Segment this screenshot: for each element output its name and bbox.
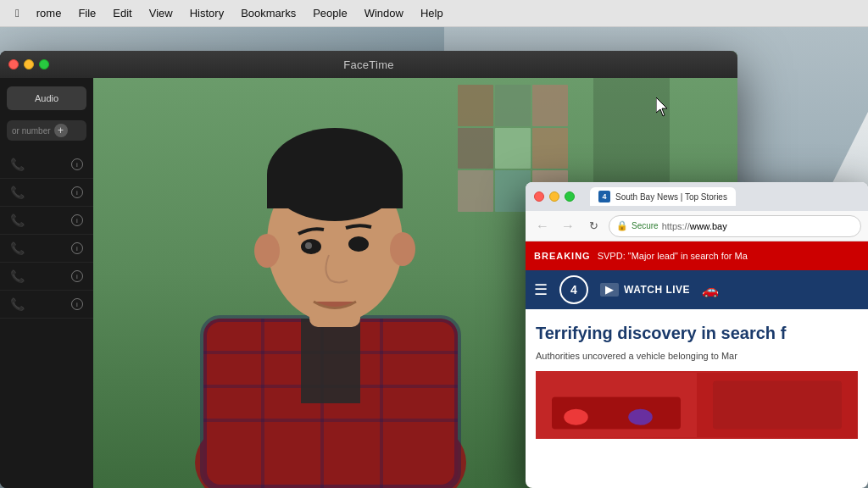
browser-tab-area: 4 South Bay News | Top Stories bbox=[590, 187, 860, 206]
close-button[interactable] bbox=[8, 59, 19, 69]
menu-edit[interactable]: Edit bbox=[104, 5, 140, 21]
maximize-button[interactable] bbox=[39, 59, 49, 69]
phone-icon: 📞 bbox=[10, 269, 25, 283]
phone-icon: 📞 bbox=[10, 214, 25, 227]
browser-minimize-button[interactable] bbox=[549, 191, 559, 202]
breaking-news-bar: BREAKING SVPD: "Major lead" in search fo… bbox=[526, 241, 868, 270]
add-contact-button[interactable]: + bbox=[54, 124, 68, 137]
watch-live-button[interactable]: ▶ WATCH LIVE bbox=[600, 283, 690, 297]
contact-row[interactable]: 📞 i bbox=[0, 179, 93, 207]
browser-titlebar: 4 South Bay News | Top Stories bbox=[526, 182, 868, 211]
browser-toolbar: ← → ↻ 🔒 Secure https://www.bay bbox=[526, 211, 868, 241]
minimize-button[interactable] bbox=[24, 59, 34, 69]
secure-badge: Secure bbox=[632, 221, 659, 230]
info-icon[interactable]: i bbox=[71, 270, 83, 282]
phone-icon: 📞 bbox=[10, 186, 25, 199]
facetime-titlebar: FaceTime bbox=[0, 51, 737, 78]
video-play-icon: ▶ bbox=[600, 283, 619, 297]
svg-rect-12 bbox=[301, 319, 360, 403]
svg-rect-27 bbox=[713, 381, 842, 430]
contact-row[interactable]: 📞 i bbox=[0, 235, 93, 263]
contact-row[interactable]: 📞 i bbox=[0, 291, 93, 319]
contact-row[interactable]: 📞 i bbox=[0, 207, 93, 235]
breaking-label: BREAKING bbox=[534, 251, 591, 261]
phone-icon: 📞 bbox=[10, 297, 25, 311]
hamburger-icon[interactable]: ☰ bbox=[534, 280, 548, 299]
search-placeholder: or number bbox=[12, 126, 51, 136]
svg-point-26 bbox=[628, 409, 653, 425]
address-url: https://www.bay bbox=[662, 221, 727, 231]
facetime-sidebar: Audio or number + 📞 i 📞 i 📞 i 📞 i 📞 i 📞 bbox=[0, 78, 93, 488]
phone-icon: 📞 bbox=[10, 158, 25, 171]
info-icon[interactable]: i bbox=[71, 158, 83, 170]
audio-button[interactable]: Audio bbox=[7, 86, 86, 110]
mouse-cursor bbox=[656, 97, 673, 118]
reload-button[interactable]: ↻ bbox=[583, 216, 604, 236]
news-logo: 4 bbox=[559, 275, 588, 304]
news-headline: Terrifying discovery in search f bbox=[536, 323, 858, 343]
back-button[interactable]: ← bbox=[532, 216, 553, 236]
breaking-text: SVPD: "Major lead" in search for Ma bbox=[598, 251, 748, 261]
forward-button[interactable]: → bbox=[558, 216, 578, 236]
menu-view[interactable]: View bbox=[141, 5, 181, 21]
phone-icon: 📞 bbox=[10, 241, 25, 255]
news-image bbox=[536, 371, 858, 439]
menu-help[interactable]: Help bbox=[412, 5, 452, 21]
svg-point-19 bbox=[305, 242, 312, 249]
menu-history[interactable]: History bbox=[181, 5, 232, 21]
menu-app[interactable]:  bbox=[7, 5, 28, 21]
browser-maximize-button[interactable] bbox=[565, 191, 575, 202]
facetime-title: FaceTime bbox=[343, 58, 394, 71]
menu-bookmarks[interactable]: Bookmarks bbox=[232, 5, 304, 21]
search-bar[interactable]: or number + bbox=[7, 120, 86, 141]
menu-chrome[interactable]: rome bbox=[28, 5, 70, 21]
watch-live-label: WATCH LIVE bbox=[624, 284, 690, 296]
address-bar[interactable]: 🔒 Secure https://www.bay bbox=[609, 215, 861, 237]
tab-favicon: 4 bbox=[598, 191, 610, 202]
lock-icon: 🔒 bbox=[616, 220, 628, 231]
contact-row[interactable]: 📞 i bbox=[0, 263, 93, 291]
menu-window[interactable]: Window bbox=[356, 5, 412, 21]
menu-bar:  rome File Edit View History Bookmarks … bbox=[0, 0, 868, 27]
svg-point-25 bbox=[564, 409, 588, 425]
info-icon[interactable]: i bbox=[71, 298, 83, 310]
news-subtext: Authorities uncovered a vehicle belongin… bbox=[536, 350, 858, 363]
news-navigation: ☰ 4 ▶ WATCH LIVE 🚗 bbox=[526, 270, 868, 309]
info-icon[interactable]: i bbox=[71, 242, 83, 254]
contact-row[interactable]: 📞 i bbox=[0, 151, 93, 179]
browser-window: 4 South Bay News | Top Stories ← → ↻ 🔒 S… bbox=[526, 182, 868, 488]
info-icon[interactable]: i bbox=[71, 214, 83, 226]
tab-title: South Bay News | Top Stories bbox=[615, 192, 727, 202]
svg-point-18 bbox=[348, 236, 369, 252]
browser-tab[interactable]: 4 South Bay News | Top Stories bbox=[590, 187, 736, 206]
menu-people[interactable]: People bbox=[304, 5, 355, 21]
info-icon[interactable]: i bbox=[71, 186, 83, 198]
browser-close-button[interactable] bbox=[534, 191, 544, 202]
news-content: Terrifying discovery in search f Authori… bbox=[526, 309, 868, 439]
svg-point-21 bbox=[390, 232, 415, 266]
svg-rect-16 bbox=[267, 175, 403, 208]
window-controls bbox=[8, 59, 49, 69]
audio-label: Audio bbox=[35, 93, 58, 103]
menu-file[interactable]: File bbox=[70, 5, 104, 21]
car-icon: 🚗 bbox=[702, 282, 719, 298]
svg-point-20 bbox=[254, 234, 280, 268]
